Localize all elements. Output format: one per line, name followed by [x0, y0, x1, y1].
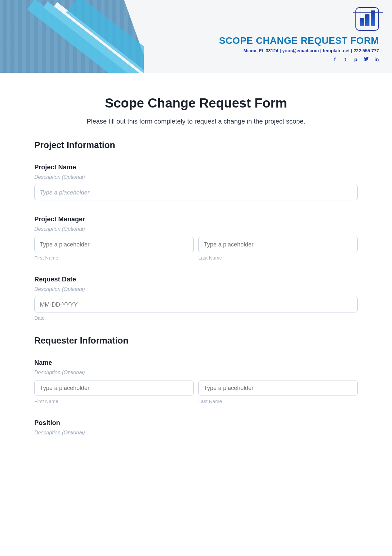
desc-requester-name: Description (Optional) — [34, 370, 358, 376]
sublabel-date: Date — [34, 315, 358, 321]
label-project-name: Project Name — [34, 163, 358, 171]
input-project-manager-first[interactable] — [34, 237, 194, 252]
social-icons: f t p in — [219, 57, 379, 62]
pinterest-icon[interactable]: p — [353, 57, 358, 62]
facebook-icon[interactable]: f — [333, 57, 337, 62]
sublabel-first-name: First Name — [34, 255, 194, 261]
twitter-icon[interactable] — [364, 57, 368, 62]
label-requester-name: Name — [34, 359, 358, 366]
input-request-date[interactable] — [34, 297, 358, 312]
banner-contact-line: Miami, FL 33124 | your@email.com | templ… — [219, 48, 379, 53]
page-title: Scope Change Request Form — [34, 96, 358, 110]
sublabel-req-last-name: Last Name — [198, 398, 358, 404]
sublabel-req-first-name: First Name — [34, 398, 194, 404]
label-request-date: Request Date — [34, 276, 358, 283]
field-request-date: Request Date Description (Optional) Date — [34, 276, 358, 321]
page-intro: Please fill out this form completely to … — [34, 118, 358, 125]
input-project-name[interactable] — [34, 185, 358, 200]
linkedin-icon[interactable]: in — [374, 57, 379, 62]
field-project-manager: Project Manager Description (Optional) F… — [34, 215, 358, 261]
sublabel-last-name: Last Name — [198, 255, 358, 261]
field-requester-name: Name Description (Optional) First Name L… — [34, 359, 358, 404]
tumblr-icon[interactable]: t — [343, 57, 348, 62]
logo-icon — [355, 7, 379, 31]
field-position: Position Description (Optional) — [34, 419, 358, 436]
section-heading-requester-info: Requester Information — [34, 336, 358, 346]
form-content: Scope Change Request Form Please fill ou… — [0, 73, 392, 453]
banner-title: SCOPE CHANGE REQUEST FORM — [219, 35, 379, 46]
label-project-manager: Project Manager — [34, 215, 358, 223]
input-requester-first[interactable] — [34, 380, 194, 396]
label-position: Position — [34, 419, 358, 427]
banner-graphic — [0, 0, 144, 73]
header-banner: SCOPE CHANGE REQUEST FORM Miami, FL 3312… — [0, 0, 392, 73]
desc-position: Description (Optional) — [34, 430, 358, 436]
section-heading-project-info: Project Information — [34, 140, 358, 150]
desc-project-name: Description (Optional) — [34, 174, 358, 180]
input-requester-last[interactable] — [198, 380, 358, 396]
field-project-name: Project Name Description (Optional) — [34, 163, 358, 200]
desc-project-manager: Description (Optional) — [34, 226, 358, 232]
input-project-manager-last[interactable] — [198, 237, 358, 252]
desc-request-date: Description (Optional) — [34, 286, 358, 292]
